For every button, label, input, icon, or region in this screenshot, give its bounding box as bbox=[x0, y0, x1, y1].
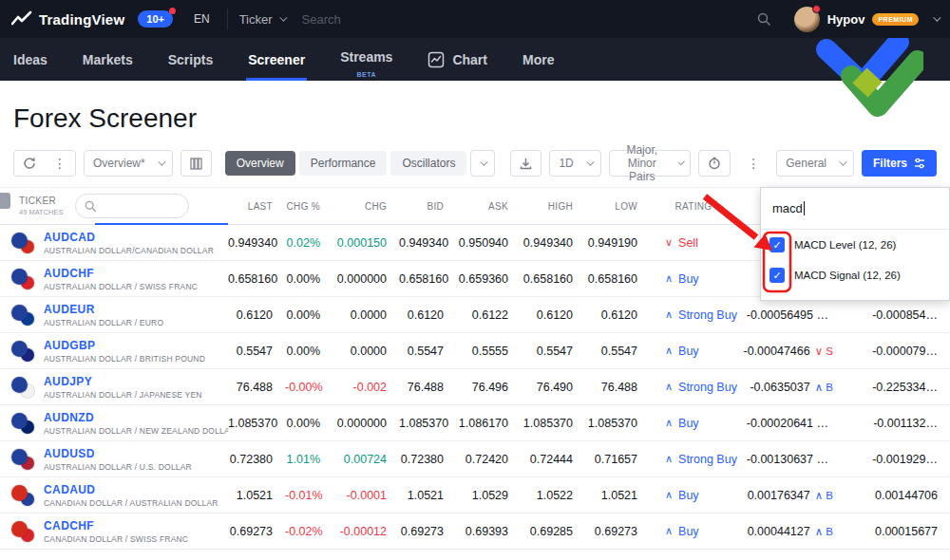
nav-chart[interactable]: Chart bbox=[428, 38, 487, 81]
symbol-link[interactable]: AUDNZD bbox=[44, 411, 228, 424]
ticker-cell[interactable]: AUDJPY AUSTRALIAN DOLLAR / JAPANESE YEN bbox=[0, 375, 228, 400]
rating-cell: ∧ Buy bbox=[650, 525, 737, 538]
column-search-query: macd bbox=[772, 201, 803, 215]
high-value: 1.0522 bbox=[521, 489, 585, 502]
low-value: 76.488 bbox=[585, 381, 650, 394]
ticker-cell[interactable]: AUDNZD AUSTRALIAN DOLLAR / NEW ZEALAND D… bbox=[0, 411, 228, 436]
table-row[interactable]: CADCHF CANADIAN DOLLAR / SWISS FRANC 0.6… bbox=[0, 513, 950, 550]
refresh-menu-kebab-icon[interactable]: ⋮ bbox=[45, 151, 75, 176]
general-dropdown[interactable]: General bbox=[776, 150, 854, 177]
symbol-link[interactable]: AUDGBP bbox=[44, 339, 205, 352]
avatar[interactable] bbox=[794, 7, 820, 32]
nav-more[interactable]: More bbox=[522, 38, 554, 81]
ticker-search-input[interactable] bbox=[75, 194, 189, 218]
side-panel-handle[interactable] bbox=[0, 193, 10, 209]
table-row[interactable]: CADAUD CANADIAN DOLLAR / AUSTRALIAN DOLL… bbox=[0, 477, 950, 513]
rating-direction-icon: ∨ bbox=[665, 236, 673, 249]
symbol-link[interactable]: AUDEUR bbox=[44, 303, 163, 316]
table-row[interactable]: AUDGBP AUSTRALIAN DOLLAR / BRITISH POUND… bbox=[0, 333, 950, 369]
matches-count: 49 MATCHES bbox=[19, 208, 64, 216]
preset-dropdown[interactable]: Overview* bbox=[84, 150, 173, 177]
table-row[interactable]: AUDJPY AUSTRALIAN DOLLAR / JAPANESE YEN … bbox=[0, 369, 950, 405]
interval-dropdown[interactable]: 1D bbox=[549, 150, 600, 177]
currency-pair-flag-icon bbox=[11, 448, 34, 471]
refresh-group: ⋮ bbox=[13, 150, 76, 177]
search-icon[interactable] bbox=[757, 12, 771, 27]
download-icon bbox=[520, 158, 532, 170]
col-ask[interactable]: ASK bbox=[456, 201, 521, 212]
symbol-link[interactable]: CADAUD bbox=[44, 483, 218, 496]
macd-signal-checkbox[interactable]: ✓ bbox=[770, 268, 785, 283]
last-value: 0.6120 bbox=[228, 308, 285, 322]
rating-cell: ∧ Strong Buy bbox=[650, 381, 737, 394]
user-menu[interactable]: Hypov PREMIUM bbox=[794, 7, 939, 32]
filters-label: Filters bbox=[873, 157, 907, 170]
low-value: 0.69273 bbox=[585, 525, 650, 538]
table-row[interactable]: AUDNZD AUSTRALIAN DOLLAR / NEW ZEALAND D… bbox=[0, 405, 950, 441]
ticker-cell[interactable]: AUDCHF AUSTRALIAN DOLLAR / SWISS FRANC bbox=[0, 267, 228, 291]
col-last[interactable]: LAST bbox=[228, 201, 285, 212]
nav-markets[interactable]: Markets bbox=[83, 38, 133, 81]
symbol-link[interactable]: AUDCAD bbox=[44, 231, 214, 244]
tab-oscillators[interactable]: Oscillators bbox=[390, 151, 466, 176]
high-value: 0.5547 bbox=[521, 345, 585, 358]
ask-value: 1.086170 bbox=[456, 417, 521, 430]
chg-percent-value: 0.00% bbox=[285, 308, 332, 322]
main-nav: Ideas Markets Scripts Screener Streams B… bbox=[0, 38, 950, 81]
tradingview-logo-icon bbox=[11, 10, 32, 28]
ticker-cell[interactable]: AUDCAD AUSTRALIAN DOLLAR/CANADIAN DOLLAR bbox=[0, 231, 228, 255]
ticker-cell[interactable]: CADCHF CANADIAN DOLLAR / SWISS FRANC bbox=[0, 519, 228, 544]
chevron-down-icon bbox=[839, 158, 846, 165]
table-row[interactable]: AUDEUR AUSTRALIAN DOLLAR / EURO 0.6120 0… bbox=[0, 297, 950, 333]
ticker-dropdown[interactable]: Ticker bbox=[239, 12, 285, 27]
refresh-button[interactable] bbox=[14, 151, 45, 176]
currency-pair-flag-icon bbox=[11, 484, 34, 507]
tab-overview[interactable]: Overview bbox=[225, 151, 295, 176]
col-low[interactable]: LOW bbox=[585, 201, 650, 212]
rating-direction-icon: ∧ bbox=[665, 525, 673, 537]
nav-screener[interactable]: Screener bbox=[248, 38, 305, 81]
macd-level-checkbox[interactable]: ✓ bbox=[770, 237, 785, 252]
col-chg-percent[interactable]: CHG % bbox=[285, 201, 332, 212]
ticker-cell[interactable]: AUDUSD AUSTRALIAN DOLLAR / U.S. DOLLAR bbox=[0, 447, 228, 472]
filters-button[interactable]: Filters bbox=[862, 150, 937, 177]
last-value: 76.488 bbox=[228, 381, 285, 394]
export-button[interactable] bbox=[510, 150, 542, 177]
market-filter-dropdown[interactable]: Major, Minor Pairs bbox=[609, 150, 692, 177]
col-bid[interactable]: BID bbox=[399, 201, 456, 212]
auto-refresh-button[interactable] bbox=[698, 150, 731, 177]
ticker-cell[interactable]: AUDEUR AUSTRALIAN DOLLAR / EURO bbox=[0, 303, 228, 327]
nav-streams[interactable]: Streams BETA bbox=[340, 38, 392, 81]
symbol-link[interactable]: AUDJPY bbox=[44, 375, 202, 388]
symbol-link[interactable]: AUDUSD bbox=[44, 447, 192, 460]
ticker-cell[interactable]: AUDGBP AUSTRALIAN DOLLAR / BRITISH POUND bbox=[0, 339, 228, 364]
bid-value: 0.5547 bbox=[399, 345, 456, 358]
col-rating[interactable]: RATING bbox=[650, 201, 737, 212]
option-macd-level[interactable]: ✓ MACD Level (12, 26) bbox=[761, 230, 949, 260]
high-value: 0.6120 bbox=[521, 308, 585, 322]
option-macd-signal[interactable]: ✓ MACD Signal (12, 26) bbox=[761, 260, 949, 290]
nav-scripts[interactable]: Scripts bbox=[168, 38, 213, 81]
symbol-link[interactable]: AUDCHF bbox=[44, 267, 198, 280]
language-button[interactable]: EN bbox=[188, 9, 216, 29]
columns-button[interactable] bbox=[180, 150, 212, 177]
currency-pair-flag-icon bbox=[11, 268, 34, 290]
ticker-cell[interactable]: CADAUD CANADIAN DOLLAR / AUSTRALIAN DOLL… bbox=[0, 483, 228, 508]
toolbar-kebab-icon[interactable]: ⋮ bbox=[738, 150, 769, 177]
chg-value: 0.0000 bbox=[332, 308, 399, 322]
table-row[interactable]: AUDUSD AUSTRALIAN DOLLAR / U.S. DOLLAR 0… bbox=[0, 441, 950, 477]
col-chg[interactable]: CHG bbox=[332, 201, 399, 212]
tradingview-logo[interactable]: TradingView bbox=[11, 10, 124, 28]
nav-ideas[interactable]: Ideas bbox=[13, 38, 48, 81]
notifications-badge[interactable]: 10+ bbox=[138, 10, 173, 28]
ask-value: 0.6122 bbox=[456, 308, 521, 322]
symbol-link[interactable]: CADCHF bbox=[44, 519, 188, 532]
tabs-more-dropdown[interactable] bbox=[470, 150, 495, 177]
col-high[interactable]: HIGH bbox=[521, 201, 585, 212]
macd-signal-flag: ∧ B bbox=[815, 382, 833, 393]
rating-cell: ∧ Strong Buy bbox=[650, 453, 737, 466]
rating-text: Strong Buy bbox=[678, 308, 737, 322]
column-search-input[interactable]: macd bbox=[761, 188, 949, 230]
tab-performance[interactable]: Performance bbox=[299, 151, 388, 176]
global-search-input[interactable]: Search bbox=[302, 12, 757, 27]
